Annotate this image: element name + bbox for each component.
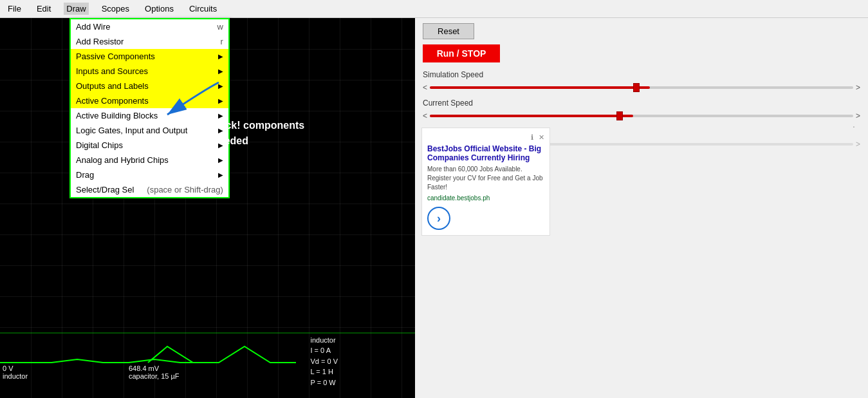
ad-title[interactable]: BestJobs Official Website - Big Companie… bbox=[427, 144, 544, 162]
power-right-arrow[interactable]: > bbox=[856, 140, 860, 149]
add-resistor-label: Add Resistor bbox=[76, 37, 124, 46]
menu-digital-chips[interactable]: Digital Chips ▶ bbox=[71, 138, 228, 153]
current-speed-slider-row: < > bbox=[423, 111, 860, 120]
select-shortcut: (space or Shift-drag) bbox=[147, 185, 223, 194]
ad-container: ℹ ✕ BestJobs Official Website - Big Comp… bbox=[421, 128, 550, 236]
select-label: Select/Drag Sel bbox=[76, 185, 134, 194]
analog-arrow: ▶ bbox=[218, 156, 223, 164]
dot-separator: · bbox=[853, 121, 855, 131]
cur-speed-right-arrow[interactable]: > bbox=[856, 111, 860, 120]
circuit-canvas[interactable]: Add Wire w Add Resistor r Passive Compon… bbox=[0, 18, 415, 398]
sim-speed-right-arrow[interactable]: > bbox=[856, 83, 860, 92]
simulation-speed-track[interactable] bbox=[430, 86, 853, 89]
menu-options[interactable]: Options bbox=[142, 3, 176, 15]
cur-speed-left-arrow[interactable]: < bbox=[423, 111, 427, 120]
current-speed-track[interactable] bbox=[430, 115, 853, 117]
menu-circuits[interactable]: Circuits bbox=[187, 3, 219, 15]
active-label: Active Components bbox=[76, 96, 149, 106]
main-area: Add Wire w Add Resistor r Passive Compon… bbox=[0, 18, 868, 398]
drag-label: Drag bbox=[76, 170, 94, 180]
digital-label: Digital Chips bbox=[76, 140, 123, 150]
simulation-speed-slider-row: < > bbox=[423, 83, 860, 92]
canvas-bottom-left: 0 V inductor bbox=[3, 357, 28, 380]
reset-button[interactable]: Reset bbox=[423, 23, 474, 39]
menu-add-resistor[interactable]: Add Resistor r bbox=[71, 34, 228, 49]
analog-label: Analog and Hybrid Chips bbox=[76, 155, 169, 165]
active-blocks-label: Active Building Blocks bbox=[76, 111, 158, 120]
right-panel: Reset Run / STOP Simulation Speed < > Cu… bbox=[415, 18, 868, 398]
scope-svg bbox=[0, 324, 415, 398]
menu-scopes[interactable]: Scopes bbox=[99, 3, 132, 15]
add-wire-label: Add Wire bbox=[76, 22, 110, 32]
ad-url: candidate.bestjobs.ph bbox=[427, 194, 544, 202]
ad-description: More than 60,000 Jobs Available. Registe… bbox=[427, 165, 544, 192]
menu-add-wire[interactable]: Add Wire w bbox=[71, 19, 228, 34]
menu-select-drag[interactable]: Select/Drag Sel (space or Shift-drag) bbox=[71, 182, 228, 197]
add-wire-shortcut: w bbox=[217, 22, 223, 32]
canvas-bottom-mid: 648.4 mV capacitor, 15 µF bbox=[129, 357, 180, 380]
menu-passive-components[interactable]: Passive Components ▶ bbox=[71, 49, 228, 64]
simulation-speed-label: Simulation Speed bbox=[423, 70, 860, 79]
menu-draw[interactable]: Draw bbox=[64, 3, 88, 15]
menu-drag[interactable]: Drag ▶ bbox=[71, 167, 228, 182]
run-stop-button[interactable]: Run / STOP bbox=[423, 44, 500, 62]
ad-header: ℹ ✕ bbox=[427, 133, 544, 142]
passive-arrow: ▶ bbox=[218, 53, 223, 60]
passive-label: Passive Components bbox=[76, 52, 155, 61]
ad-navigate-button[interactable]: › bbox=[427, 207, 450, 230]
add-resistor-shortcut: r bbox=[220, 37, 223, 46]
outputs-label: Outputs and Labels bbox=[76, 81, 149, 91]
inputs-label: Inputs and Sources bbox=[76, 66, 148, 76]
menu-edit[interactable]: Edit bbox=[34, 3, 53, 15]
inputs-arrow: ▶ bbox=[218, 68, 223, 75]
menubar: File Edit Draw Scopes Options Circuits bbox=[0, 0, 868, 18]
menu-file[interactable]: File bbox=[5, 3, 24, 15]
annotation-arrow bbox=[154, 76, 232, 129]
menu-analog-chips[interactable]: Analog and Hybrid Chips ▶ bbox=[71, 153, 228, 167]
ad-close-icon[interactable]: ✕ bbox=[539, 133, 544, 142]
canvas-bottom-right: inductor I = 0 A Vd = 0 V L = 1 H P = 0 … bbox=[310, 324, 338, 388]
current-speed-label: Current Speed bbox=[423, 99, 860, 108]
drag-arrow: ▶ bbox=[218, 171, 223, 178]
sim-speed-left-arrow[interactable]: < bbox=[423, 83, 427, 92]
ad-info-icon: ℹ bbox=[531, 133, 533, 142]
